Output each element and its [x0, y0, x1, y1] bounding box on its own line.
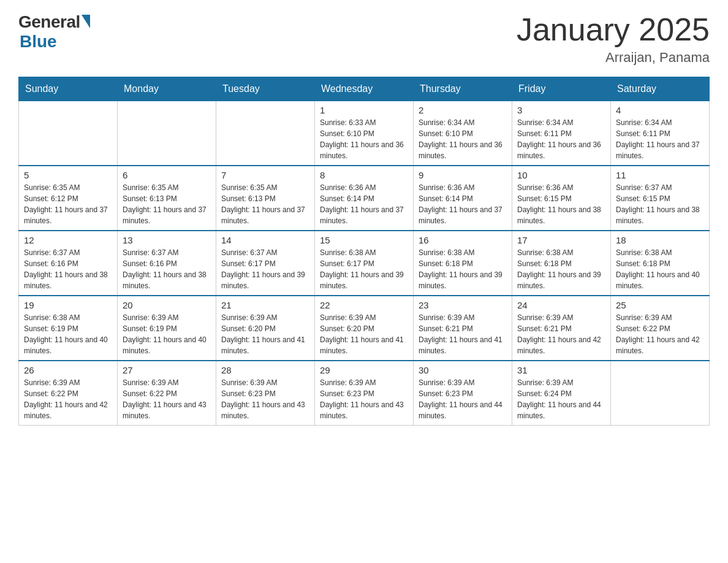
day-info: Sunrise: 6:34 AMSunset: 6:11 PMDaylight:… [517, 117, 605, 161]
day-info: Sunrise: 6:39 AMSunset: 6:22 PMDaylight:… [616, 312, 704, 356]
day-header-monday: Monday [118, 77, 216, 101]
logo-triangle-icon [82, 15, 90, 28]
day-info: Sunrise: 6:35 AMSunset: 6:13 PMDaylight:… [123, 182, 211, 226]
calendar-header-row: SundayMondayTuesdayWednesdayThursdayFrid… [19, 77, 710, 101]
calendar-cell: 31Sunrise: 6:39 AMSunset: 6:24 PMDayligh… [512, 361, 611, 426]
calendar-cell: 8Sunrise: 6:36 AMSunset: 6:14 PMDaylight… [315, 166, 414, 231]
day-info: Sunrise: 6:37 AMSunset: 6:15 PMDaylight:… [616, 182, 704, 226]
calendar-cell: 27Sunrise: 6:39 AMSunset: 6:22 PMDayligh… [118, 361, 216, 426]
day-number: 23 [419, 300, 507, 310]
day-info: Sunrise: 6:39 AMSunset: 6:23 PMDaylight:… [419, 377, 507, 421]
calendar-cell: 4Sunrise: 6:34 AMSunset: 6:11 PMDaylight… [611, 101, 710, 166]
calendar-week-row: 26Sunrise: 6:39 AMSunset: 6:22 PMDayligh… [19, 361, 710, 426]
calendar-cell: 14Sunrise: 6:37 AMSunset: 6:17 PMDayligh… [216, 231, 315, 296]
day-info: Sunrise: 6:36 AMSunset: 6:15 PMDaylight:… [517, 182, 605, 226]
day-number: 11 [616, 170, 704, 180]
calendar-cell: 7Sunrise: 6:35 AMSunset: 6:13 PMDaylight… [216, 166, 315, 231]
calendar-cell: 13Sunrise: 6:37 AMSunset: 6:16 PMDayligh… [118, 231, 216, 296]
calendar-cell: 28Sunrise: 6:39 AMSunset: 6:23 PMDayligh… [216, 361, 315, 426]
calendar-cell: 6Sunrise: 6:35 AMSunset: 6:13 PMDaylight… [118, 166, 216, 231]
day-info: Sunrise: 6:39 AMSunset: 6:21 PMDaylight:… [419, 312, 507, 356]
day-info: Sunrise: 6:38 AMSunset: 6:17 PMDaylight:… [320, 247, 408, 291]
day-info: Sunrise: 6:39 AMSunset: 6:23 PMDaylight:… [320, 377, 408, 421]
calendar-cell: 26Sunrise: 6:39 AMSunset: 6:22 PMDayligh… [19, 361, 118, 426]
day-number: 27 [123, 365, 211, 375]
calendar-cell [19, 101, 118, 166]
day-info: Sunrise: 6:36 AMSunset: 6:14 PMDaylight:… [419, 182, 507, 226]
day-number: 10 [517, 170, 605, 180]
day-header-tuesday: Tuesday [216, 77, 315, 101]
calendar-cell: 9Sunrise: 6:36 AMSunset: 6:14 PMDaylight… [414, 166, 512, 231]
day-info: Sunrise: 6:34 AMSunset: 6:11 PMDaylight:… [616, 117, 704, 161]
calendar-cell: 15Sunrise: 6:38 AMSunset: 6:17 PMDayligh… [315, 231, 414, 296]
day-number: 25 [616, 300, 704, 310]
calendar-cell: 19Sunrise: 6:38 AMSunset: 6:19 PMDayligh… [19, 296, 118, 361]
day-number: 5 [24, 170, 112, 180]
day-number: 21 [221, 300, 309, 310]
day-info: Sunrise: 6:39 AMSunset: 6:20 PMDaylight:… [221, 312, 309, 356]
calendar-cell: 3Sunrise: 6:34 AMSunset: 6:11 PMDaylight… [512, 101, 611, 166]
day-info: Sunrise: 6:37 AMSunset: 6:16 PMDaylight:… [123, 247, 211, 291]
calendar: SundayMondayTuesdayWednesdayThursdayFrid… [18, 77, 710, 426]
calendar-cell: 17Sunrise: 6:38 AMSunset: 6:18 PMDayligh… [512, 231, 611, 296]
logo-general-text: General [18, 12, 80, 32]
logo-blue-text: Blue [20, 32, 57, 52]
calendar-cell: 10Sunrise: 6:36 AMSunset: 6:15 PMDayligh… [512, 166, 611, 231]
day-info: Sunrise: 6:35 AMSunset: 6:13 PMDaylight:… [221, 182, 309, 226]
calendar-cell: 5Sunrise: 6:35 AMSunset: 6:12 PMDaylight… [19, 166, 118, 231]
calendar-cell: 16Sunrise: 6:38 AMSunset: 6:18 PMDayligh… [414, 231, 512, 296]
day-number: 7 [221, 170, 309, 180]
day-number: 15 [320, 235, 408, 245]
day-info: Sunrise: 6:39 AMSunset: 6:24 PMDaylight:… [517, 377, 605, 421]
day-header-wednesday: Wednesday [315, 77, 414, 101]
day-info: Sunrise: 6:38 AMSunset: 6:18 PMDaylight:… [517, 247, 605, 291]
calendar-cell [611, 361, 710, 426]
day-number: 14 [221, 235, 309, 245]
day-header-saturday: Saturday [611, 77, 710, 101]
calendar-week-row: 12Sunrise: 6:37 AMSunset: 6:16 PMDayligh… [19, 231, 710, 296]
day-info: Sunrise: 6:38 AMSunset: 6:18 PMDaylight:… [616, 247, 704, 291]
day-info: Sunrise: 6:38 AMSunset: 6:19 PMDaylight:… [24, 312, 112, 356]
day-info: Sunrise: 6:36 AMSunset: 6:14 PMDaylight:… [320, 182, 408, 226]
day-info: Sunrise: 6:37 AMSunset: 6:17 PMDaylight:… [221, 247, 309, 291]
calendar-cell: 12Sunrise: 6:37 AMSunset: 6:16 PMDayligh… [19, 231, 118, 296]
day-number: 2 [419, 105, 507, 115]
day-info: Sunrise: 6:35 AMSunset: 6:12 PMDaylight:… [24, 182, 112, 226]
day-number: 28 [221, 365, 309, 375]
day-number: 26 [24, 365, 112, 375]
day-info: Sunrise: 6:39 AMSunset: 6:21 PMDaylight:… [517, 312, 605, 356]
calendar-week-row: 5Sunrise: 6:35 AMSunset: 6:12 PMDaylight… [19, 166, 710, 231]
day-number: 29 [320, 365, 408, 375]
day-number: 3 [517, 105, 605, 115]
calendar-cell [118, 101, 216, 166]
day-header-thursday: Thursday [414, 77, 512, 101]
day-number: 13 [123, 235, 211, 245]
calendar-cell [216, 101, 315, 166]
day-info: Sunrise: 6:39 AMSunset: 6:22 PMDaylight:… [24, 377, 112, 421]
day-number: 24 [517, 300, 605, 310]
calendar-cell: 20Sunrise: 6:39 AMSunset: 6:19 PMDayligh… [118, 296, 216, 361]
day-info: Sunrise: 6:37 AMSunset: 6:16 PMDaylight:… [24, 247, 112, 291]
day-number: 6 [123, 170, 211, 180]
day-number: 19 [24, 300, 112, 310]
calendar-cell: 18Sunrise: 6:38 AMSunset: 6:18 PMDayligh… [611, 231, 710, 296]
day-header-friday: Friday [512, 77, 611, 101]
day-number: 12 [24, 235, 112, 245]
logo: General Blue [18, 12, 90, 52]
day-info: Sunrise: 6:38 AMSunset: 6:18 PMDaylight:… [419, 247, 507, 291]
calendar-cell: 2Sunrise: 6:34 AMSunset: 6:10 PMDaylight… [414, 101, 512, 166]
day-number: 31 [517, 365, 605, 375]
calendar-cell: 23Sunrise: 6:39 AMSunset: 6:21 PMDayligh… [414, 296, 512, 361]
header: General Blue January 2025 Arraijan, Pana… [18, 12, 710, 66]
title-area: January 2025 Arraijan, Panama [517, 12, 710, 66]
calendar-cell: 25Sunrise: 6:39 AMSunset: 6:22 PMDayligh… [611, 296, 710, 361]
day-number: 30 [419, 365, 507, 375]
day-number: 20 [123, 300, 211, 310]
calendar-cell: 22Sunrise: 6:39 AMSunset: 6:20 PMDayligh… [315, 296, 414, 361]
day-info: Sunrise: 6:39 AMSunset: 6:22 PMDaylight:… [123, 377, 211, 421]
day-number: 17 [517, 235, 605, 245]
day-header-sunday: Sunday [19, 77, 118, 101]
day-number: 22 [320, 300, 408, 310]
day-number: 18 [616, 235, 704, 245]
calendar-cell: 21Sunrise: 6:39 AMSunset: 6:20 PMDayligh… [216, 296, 315, 361]
